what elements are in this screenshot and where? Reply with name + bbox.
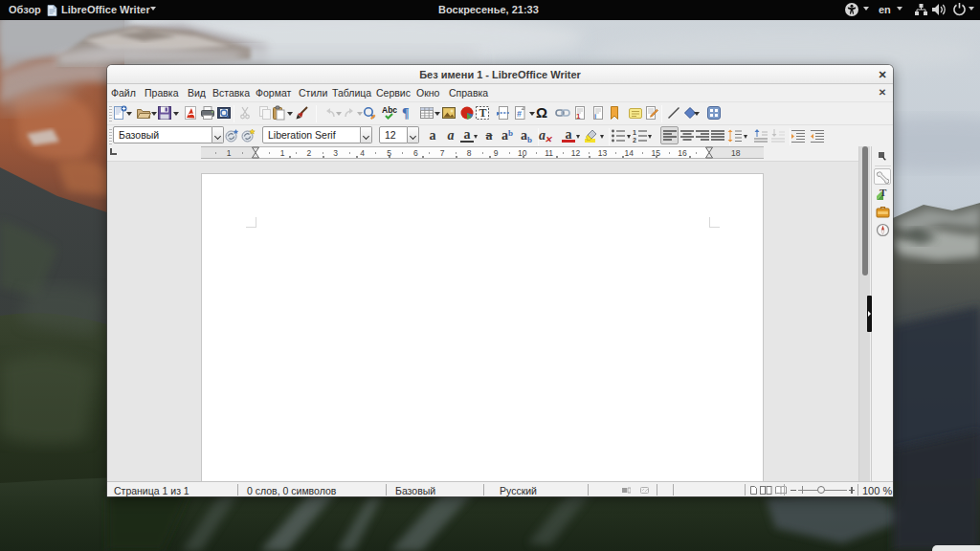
svg-text:¶: ¶ [402,106,410,121]
svg-text:i: i [594,112,596,121]
svg-text:#: # [517,109,522,119]
svg-text:1: 1 [576,112,581,121]
svg-text:T: T [880,187,887,198]
svg-text:1: 1 [633,129,636,136]
svg-text:Ω: Ω [536,105,547,121]
svg-text:2: 2 [633,137,636,143]
svg-text:Abc: Abc [382,105,397,115]
svg-text:T: T [479,106,487,120]
